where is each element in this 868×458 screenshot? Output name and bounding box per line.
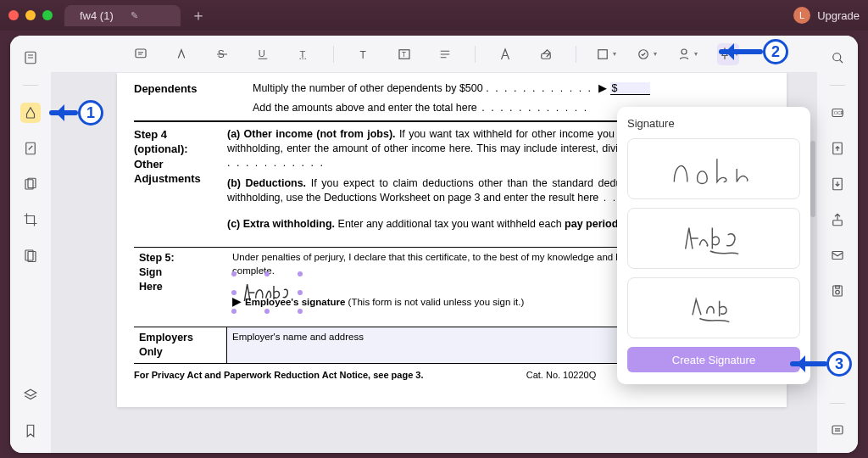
- convert-icon[interactable]: [827, 138, 848, 159]
- svg-rect-41: [832, 426, 843, 434]
- svg-rect-26: [598, 49, 608, 59]
- svg-text:OCR: OCR: [834, 110, 844, 115]
- window-controls: [8, 10, 53, 20]
- highlight-tool-icon[interactable]: [170, 43, 192, 65]
- export-icon[interactable]: [827, 174, 848, 194]
- step5-label: Step 5:: [139, 252, 175, 264]
- vertical-scrollbar[interactable]: [810, 141, 815, 217]
- document-tab[interactable]: fw4 (1) ✎: [64, 5, 181, 26]
- svg-rect-36: [833, 221, 843, 226]
- signature-option-2[interactable]: [627, 208, 800, 269]
- signature-option-3[interactable]: [627, 277, 800, 338]
- svg-point-39: [836, 290, 840, 294]
- right-sidebar: OCR: [817, 36, 858, 453]
- paragraph-tool-icon[interactable]: [434, 43, 456, 65]
- svg-point-30: [833, 53, 841, 61]
- dependents-line: Multiply the number of other dependents …: [253, 82, 483, 94]
- underline-tool-icon[interactable]: U: [252, 43, 274, 65]
- add-tab-button[interactable]: ＋: [191, 5, 206, 25]
- minimize-window-button[interactable]: [25, 10, 36, 20]
- mail-icon[interactable]: [827, 245, 848, 265]
- dependents-total-line: Add the amounts above and enter the tota…: [253, 102, 477, 114]
- svg-line-31: [840, 60, 843, 63]
- eraser-tool-icon[interactable]: [535, 43, 557, 65]
- annotation-badge-1: 1: [78, 100, 103, 126]
- document-tab-label: fw4 (1): [80, 9, 114, 22]
- properties-icon[interactable]: [827, 421, 848, 441]
- layers-icon[interactable]: [20, 385, 41, 405]
- edit-page-icon[interactable]: [20, 138, 41, 159]
- dependents-label: Dependents: [134, 81, 227, 115]
- annotation-toolbar: S U T T T: [51, 36, 817, 73]
- svg-text:U: U: [258, 48, 264, 59]
- svg-text:T: T: [359, 48, 366, 60]
- search-icon[interactable]: [827, 47, 848, 68]
- shape-tool-icon[interactable]: [595, 43, 617, 65]
- app-frame: S U T T T Dependents Multiply the number: [10, 36, 858, 453]
- thumbnails-icon[interactable]: [20, 47, 41, 68]
- signature-popover-title: Signature: [627, 117, 800, 130]
- stamp-tool-icon[interactable]: [636, 43, 658, 65]
- maximize-window-button[interactable]: [42, 10, 53, 20]
- note-tool-icon[interactable]: [130, 43, 152, 65]
- annotation-badge-2: 2: [763, 39, 788, 64]
- annotate-tool-icon[interactable]: [20, 103, 41, 123]
- pen-tool-icon[interactable]: [494, 43, 516, 65]
- step4-label: Step 4 (optional): Other Adjustments: [134, 127, 227, 232]
- rename-tab-icon[interactable]: ✎: [131, 10, 138, 21]
- text-style-tool-icon[interactable]: T: [292, 43, 314, 65]
- employers-label: Employers: [139, 332, 193, 344]
- close-window-button[interactable]: [8, 10, 19, 20]
- svg-text:T: T: [299, 48, 305, 59]
- signature-option-1[interactable]: [627, 138, 800, 199]
- dependents-amount-field[interactable]: $: [610, 82, 651, 95]
- strikethrough-tool-icon[interactable]: S: [211, 43, 233, 65]
- textbox-tool-icon[interactable]: T: [393, 43, 415, 65]
- signature-popover: Signature Create Signature: [617, 107, 810, 384]
- text-tool-icon[interactable]: T: [353, 43, 375, 65]
- signature-caption: ▶Employee's signature (This form is not …: [232, 293, 524, 310]
- leader-dots: [486, 82, 593, 94]
- svg-text:T: T: [402, 51, 406, 59]
- employer-name-field[interactable]: Employer's name and address: [227, 327, 651, 363]
- create-signature-button[interactable]: Create Signature: [627, 347, 800, 372]
- ocr-icon[interactable]: OCR: [827, 103, 848, 123]
- page-manage-icon[interactable]: [20, 174, 41, 194]
- svg-rect-9: [136, 49, 146, 58]
- annotation-badge-3: 3: [826, 351, 852, 377]
- bookmark-icon[interactable]: [20, 421, 41, 441]
- upgrade-label: Upgrade: [817, 9, 860, 22]
- left-sidebar: [10, 36, 51, 453]
- footer-catno: Cat. No. 10220Q: [526, 369, 597, 382]
- upgrade-button[interactable]: L Upgrade: [793, 7, 860, 24]
- save-icon[interactable]: [827, 281, 848, 301]
- svg-rect-40: [836, 286, 840, 288]
- window-titlebar: fw4 (1) ✎ ＋ L Upgrade: [0, 0, 868, 31]
- footer-left: For Privacy Act and Paperwork Reduction …: [134, 369, 424, 382]
- svg-rect-37: [832, 252, 843, 260]
- share-icon[interactable]: [827, 209, 848, 230]
- compress-icon[interactable]: [20, 245, 41, 265]
- svg-point-28: [682, 49, 687, 54]
- avatar: L: [793, 7, 810, 24]
- link-tool-icon[interactable]: [676, 43, 698, 65]
- crop-icon[interactable]: [20, 209, 41, 230]
